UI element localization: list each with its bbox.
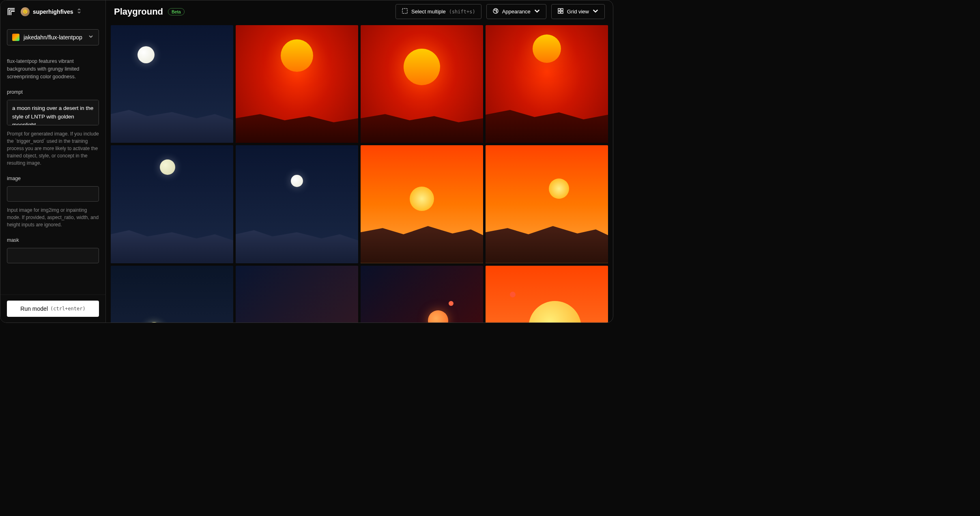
result-tile[interactable]: [361, 266, 483, 322]
topbar: Playground Beta Select multiple (shift+s…: [106, 0, 613, 23]
result-tile[interactable]: [486, 25, 608, 143]
palette-icon: [492, 8, 499, 15]
run-kbd: (ctrl+enter): [50, 306, 86, 312]
main: Playground Beta Select multiple (shift+s…: [106, 0, 613, 322]
grid-icon: [557, 8, 564, 15]
select-multiple-button[interactable]: Select multiple (shift+s): [395, 4, 481, 19]
user-menu[interactable]: 🙂 superhighfives: [21, 7, 82, 16]
sidebar-footer: Run model (ctrl+enter): [0, 295, 105, 322]
image-input[interactable]: [7, 186, 99, 202]
result-tile[interactable]: [111, 145, 233, 263]
svg-rect-8: [561, 11, 563, 13]
grid-view-label: Grid view: [567, 9, 589, 15]
page-title: Playground: [114, 6, 163, 17]
mask-input[interactable]: [7, 248, 99, 263]
sidebar-header: 🙂 superhighfives: [0, 0, 105, 23]
result-tile[interactable]: [236, 266, 358, 322]
result-tile[interactable]: [486, 266, 608, 322]
result-tile[interactable]: [361, 145, 483, 263]
svg-point-1: [493, 9, 498, 13]
svg-point-4: [496, 11, 497, 12]
mask-label: mask: [7, 237, 99, 243]
prompt-input[interactable]: [7, 100, 99, 125]
select-label: Select multiple: [411, 9, 446, 15]
sidebar: 🙂 superhighfives jakedahn/flux-latentpop…: [0, 0, 106, 322]
sidebar-body: jakedahn/flux-latentpop flux-latentpop f…: [0, 23, 105, 295]
result-tile[interactable]: [361, 25, 483, 143]
appearance-label: Appearance: [502, 9, 531, 15]
svg-point-2: [494, 10, 495, 11]
model-select[interactable]: jakedahn/flux-latentpop: [7, 29, 99, 45]
model-icon: [12, 34, 19, 41]
run-model-button[interactable]: Run model (ctrl+enter): [7, 301, 99, 317]
replicate-logo-icon: [7, 7, 16, 16]
result-tile[interactable]: [486, 145, 608, 263]
svg-rect-6: [561, 9, 563, 11]
image-help: Input image for img2img or inpainting mo…: [7, 206, 99, 228]
beta-badge: Beta: [168, 8, 185, 15]
svg-rect-7: [558, 11, 560, 13]
results-grid-area[interactable]: [106, 23, 613, 322]
grid-view-button[interactable]: Grid view: [551, 4, 605, 19]
image-label: image: [7, 176, 99, 181]
chevron-up-down-icon: [77, 8, 82, 15]
chevron-down-icon: [534, 8, 540, 15]
chevron-down-icon: [592, 8, 599, 15]
select-icon: [402, 8, 408, 15]
svg-rect-5: [558, 9, 560, 11]
result-tile[interactable]: [236, 145, 358, 263]
result-tile[interactable]: [111, 25, 233, 143]
result-tile[interactable]: [111, 266, 233, 322]
appearance-button[interactable]: Appearance: [486, 4, 546, 19]
model-description: flux-latentpop features vibrant backgrou…: [7, 58, 99, 80]
run-label: Run model: [20, 305, 48, 312]
result-tile[interactable]: [236, 25, 358, 143]
prompt-help: Prompt for generated image. If you inclu…: [7, 130, 99, 167]
username: superhighfives: [33, 9, 73, 15]
chevron-down-icon: [88, 34, 94, 41]
avatar: 🙂: [21, 7, 30, 16]
model-name: jakedahn/flux-latentpop: [24, 34, 84, 41]
svg-point-3: [496, 10, 497, 11]
results-grid: [111, 25, 608, 322]
svg-rect-0: [402, 9, 407, 13]
prompt-label: prompt: [7, 89, 99, 95]
select-kbd: (shift+s): [449, 9, 475, 15]
